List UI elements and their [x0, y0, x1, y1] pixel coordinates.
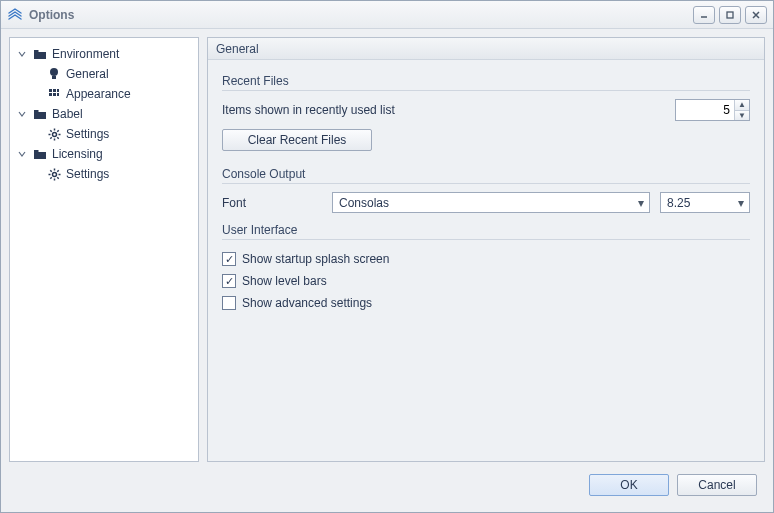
recent-items-spinner[interactable]: ▲ ▼: [675, 99, 750, 121]
page-body: Recent Files Items shown in recently use…: [208, 60, 764, 461]
grid-icon: [46, 88, 62, 100]
checkbox-levelbars-row[interactable]: Show level bars: [222, 270, 750, 292]
folder-icon: [32, 48, 48, 60]
checkbox-advanced-label: Show advanced settings: [242, 296, 372, 310]
tree-node-appearance[interactable]: Appearance: [12, 84, 196, 104]
window-title: Options: [29, 8, 693, 22]
content-panel: General Recent Files Items shown in rece…: [207, 37, 765, 462]
tree-label: Settings: [66, 127, 109, 141]
checkbox-advanced-row[interactable]: Show advanced settings: [222, 292, 750, 314]
tree-node-babel[interactable]: Babel: [12, 104, 196, 124]
svg-rect-3: [52, 76, 56, 79]
caret-down-icon[interactable]: [16, 50, 28, 58]
maximize-button[interactable]: [719, 6, 741, 24]
recent-items-input[interactable]: [676, 100, 734, 120]
font-row: Font Consolas ▾ 8.25 ▾: [222, 192, 750, 213]
tree-node-licensing[interactable]: Licensing: [12, 144, 196, 164]
divider: [222, 239, 750, 240]
svg-line-24: [50, 170, 51, 171]
checkbox-levelbars[interactable]: [222, 274, 236, 288]
svg-point-2: [50, 68, 58, 76]
checkbox-levelbars-label: Show level bars: [242, 274, 327, 288]
checkbox-advanced[interactable]: [222, 296, 236, 310]
panes: Environment General Appearance Babel: [9, 37, 765, 462]
svg-point-10: [52, 132, 56, 136]
dialog-footer: OK Cancel: [9, 470, 765, 504]
spinner-down-icon[interactable]: ▼: [735, 110, 749, 120]
svg-rect-4: [49, 89, 52, 92]
svg-line-18: [57, 130, 58, 131]
svg-line-16: [57, 137, 58, 138]
checkbox-splash-label: Show startup splash screen: [242, 252, 389, 266]
recent-items-label: Items shown in recently used list: [222, 103, 667, 117]
tree-node-environment[interactable]: Environment: [12, 44, 196, 64]
svg-rect-5: [53, 89, 56, 92]
svg-rect-9: [57, 93, 59, 96]
tree-label: Babel: [52, 107, 83, 121]
caret-down-icon[interactable]: [16, 150, 28, 158]
svg-rect-8: [53, 93, 56, 96]
tree-node-licensing-settings[interactable]: Settings: [12, 164, 196, 184]
tree-label: Appearance: [66, 87, 131, 101]
chevron-down-icon[interactable]: ▾: [633, 193, 649, 212]
font-combo[interactable]: Consolas ▾: [332, 192, 650, 213]
minimize-button[interactable]: [693, 6, 715, 24]
svg-point-19: [52, 172, 56, 176]
svg-rect-1: [727, 12, 733, 18]
folder-icon: [32, 108, 48, 120]
folder-icon: [32, 148, 48, 160]
gear-icon: [46, 168, 62, 181]
bulb-icon: [46, 67, 62, 81]
svg-line-17: [50, 137, 51, 138]
nav-tree[interactable]: Environment General Appearance Babel: [9, 37, 199, 462]
section-recent-files: Recent Files: [222, 74, 750, 88]
font-size-value: 8.25: [661, 196, 733, 210]
chevron-down-icon[interactable]: ▾: [733, 193, 749, 212]
cancel-button[interactable]: Cancel: [677, 474, 757, 496]
divider: [222, 183, 750, 184]
font-combo-value: Consolas: [333, 196, 633, 210]
title-bar: Options: [1, 1, 773, 29]
caret-down-icon[interactable]: [16, 110, 28, 118]
window-buttons: [693, 6, 767, 24]
checkbox-splash[interactable]: [222, 252, 236, 266]
spinner-up-icon[interactable]: ▲: [735, 100, 749, 110]
tree-label: Licensing: [52, 147, 103, 161]
tree-label: Environment: [52, 47, 119, 61]
section-console-output: Console Output: [222, 167, 750, 181]
tree-node-general[interactable]: General: [12, 64, 196, 84]
gear-icon: [46, 128, 62, 141]
page-title: General: [208, 38, 764, 60]
svg-line-27: [57, 170, 58, 171]
app-icon: [7, 7, 23, 23]
svg-line-15: [50, 130, 51, 131]
svg-rect-6: [57, 89, 59, 92]
close-button[interactable]: [745, 6, 767, 24]
svg-line-26: [50, 177, 51, 178]
clear-recent-files-button[interactable]: Clear Recent Files: [222, 129, 372, 151]
svg-line-25: [57, 177, 58, 178]
window-body: Environment General Appearance Babel: [1, 29, 773, 512]
tree-label: General: [66, 67, 109, 81]
section-user-interface: User Interface: [222, 223, 750, 237]
svg-rect-7: [49, 93, 52, 96]
tree-label: Settings: [66, 167, 109, 181]
font-label: Font: [222, 196, 322, 210]
divider: [222, 90, 750, 91]
options-window: Options Environment General: [0, 0, 774, 513]
checkbox-splash-row[interactable]: Show startup splash screen: [222, 248, 750, 270]
ok-button[interactable]: OK: [589, 474, 669, 496]
tree-node-babel-settings[interactable]: Settings: [12, 124, 196, 144]
recent-items-row: Items shown in recently used list ▲ ▼: [222, 99, 750, 121]
font-size-combo[interactable]: 8.25 ▾: [660, 192, 750, 213]
